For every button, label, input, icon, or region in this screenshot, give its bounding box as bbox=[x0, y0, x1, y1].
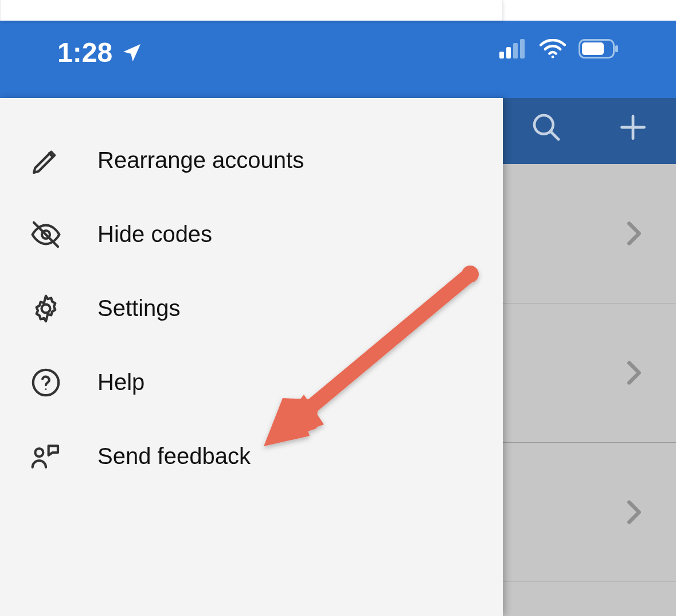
drawer-item-label: Help bbox=[97, 369, 144, 395]
svg-rect-0 bbox=[499, 52, 504, 59]
status-bar-right bbox=[499, 39, 619, 59]
eye-off-icon bbox=[29, 217, 63, 252]
svg-rect-1 bbox=[506, 47, 511, 59]
app-header bbox=[503, 90, 676, 164]
svg-point-16 bbox=[45, 388, 47, 390]
search-button[interactable] bbox=[529, 110, 564, 145]
feedback-icon bbox=[29, 439, 63, 474]
drawer-item-hide-codes[interactable]: Hide codes bbox=[0, 197, 503, 271]
svg-point-17 bbox=[35, 449, 43, 457]
drawer-item-label: Rearrange accounts bbox=[97, 147, 304, 173]
cellular-signal-icon bbox=[499, 39, 527, 59]
list-item[interactable] bbox=[503, 582, 676, 616]
chevron-right-icon bbox=[627, 500, 642, 525]
status-bar-left: 1:28 bbox=[57, 37, 143, 68]
question-circle-icon bbox=[29, 365, 63, 400]
drawer-item-send-feedback[interactable]: Send feedback bbox=[0, 419, 503, 493]
drawer-item-label: Hide codes bbox=[97, 221, 212, 247]
svg-point-14 bbox=[42, 304, 50, 313]
status-bar: 1:28 bbox=[0, 21, 676, 98]
battery-icon bbox=[579, 39, 619, 59]
add-button[interactable] bbox=[616, 110, 650, 145]
navigation-drawer: Rearrange accounts Hide codes Settings bbox=[0, 98, 503, 616]
list-item[interactable] bbox=[503, 164, 676, 303]
svg-rect-2 bbox=[513, 43, 518, 59]
top-card-edge bbox=[0, 0, 503, 21]
svg-rect-6 bbox=[582, 42, 604, 55]
svg-rect-7 bbox=[615, 45, 618, 52]
list-item[interactable] bbox=[503, 303, 676, 443]
svg-rect-3 bbox=[520, 39, 525, 59]
drawer-item-settings[interactable]: Settings bbox=[0, 271, 503, 345]
svg-point-4 bbox=[552, 56, 554, 59]
wifi-icon bbox=[540, 39, 566, 59]
gear-icon bbox=[29, 291, 63, 326]
pencil-icon bbox=[29, 143, 63, 178]
status-time: 1:28 bbox=[57, 37, 112, 68]
drawer-item-rearrange-accounts[interactable]: Rearrange accounts bbox=[0, 123, 503, 197]
drawer-item-help[interactable]: Help bbox=[0, 345, 503, 419]
chevron-right-icon bbox=[627, 360, 642, 385]
drawer-item-label: Send feedback bbox=[97, 443, 251, 469]
chevron-right-icon bbox=[627, 221, 642, 246]
accounts-list bbox=[503, 164, 676, 616]
drawer-item-label: Settings bbox=[97, 295, 181, 321]
location-arrow-icon bbox=[120, 41, 143, 64]
svg-line-9 bbox=[550, 131, 558, 139]
list-item[interactable] bbox=[503, 443, 676, 582]
